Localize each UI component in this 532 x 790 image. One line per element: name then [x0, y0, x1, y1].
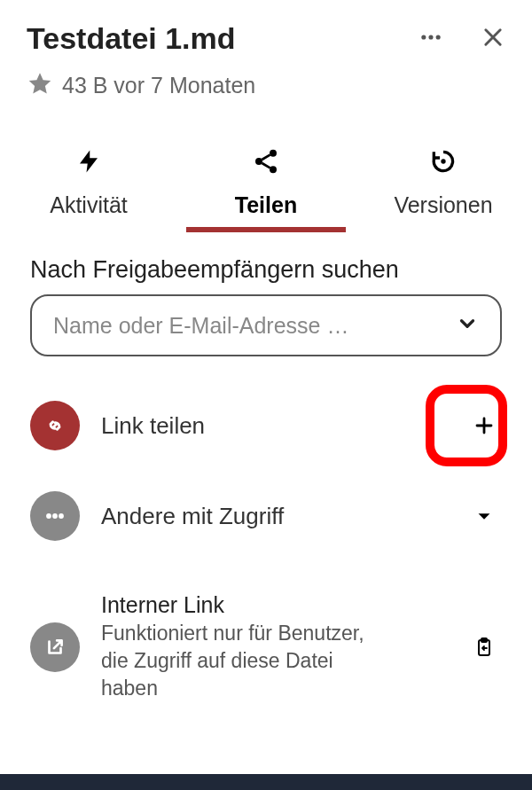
tabs: Aktivität Teilen Versionen — [0, 136, 532, 231]
others-access-label: Andere mit Zugriff — [101, 503, 445, 530]
svg-point-9 — [59, 513, 64, 519]
others-access-row[interactable]: Andere mit Zugriff — [30, 479, 502, 553]
share-icon — [252, 146, 280, 180]
star-icon[interactable] — [27, 70, 53, 100]
tab-activity-label: Aktivität — [50, 192, 128, 218]
external-link-icon — [30, 622, 80, 672]
others-access-body: Andere mit Zugriff — [101, 503, 445, 530]
internal-link-row: Interner Link Funktioniert nur für Benut… — [30, 580, 502, 715]
internal-link-sub: Funktioniert nur für Benutzer, die Zugri… — [101, 620, 367, 702]
svg-point-6 — [441, 159, 445, 163]
svg-point-7 — [46, 513, 51, 519]
search-input[interactable]: Name oder E-Mail-Adresse … — [30, 294, 502, 356]
internal-link-title: Interner Link — [101, 592, 445, 618]
tab-share-label: Teilen — [235, 192, 297, 218]
chevron-down-icon — [456, 312, 479, 339]
tab-share[interactable]: Teilen — [177, 136, 355, 231]
svg-point-8 — [52, 513, 58, 519]
title-row: Testdatei 1.md — [27, 21, 505, 56]
svg-point-5 — [270, 166, 277, 173]
svg-point-3 — [270, 150, 277, 157]
share-list: Link teilen Andere mit Zugriff Inte — [30, 388, 502, 715]
file-meta: 43 B vor 7 Monaten — [62, 73, 255, 98]
meta-row: 43 B vor 7 Monaten — [27, 70, 505, 100]
lightning-icon — [75, 146, 102, 180]
others-access-expand[interactable] — [466, 498, 502, 534]
share-link-body: Link teilen — [101, 412, 445, 440]
title-actions — [419, 25, 505, 53]
internal-link-body: Interner Link Funktioniert nur für Benut… — [101, 592, 445, 702]
share-link-row: Link teilen — [30, 388, 502, 463]
tab-versions-label: Versionen — [394, 192, 492, 218]
share-link-label: Link teilen — [101, 412, 445, 440]
link-icon — [30, 401, 80, 450]
history-icon — [429, 146, 458, 180]
others-access-icon — [30, 491, 80, 541]
svg-point-1 — [428, 35, 433, 39]
add-share-link-button[interactable] — [466, 408, 502, 443]
search-placeholder: Name oder E-Mail-Adresse … — [53, 313, 348, 339]
tab-activity[interactable]: Aktivität — [0, 136, 177, 231]
svg-point-2 — [436, 35, 441, 39]
search-label: Nach Freigabeempfängern suchen — [30, 256, 502, 284]
svg-point-4 — [255, 158, 262, 165]
tab-versions[interactable]: Versionen — [355, 136, 532, 231]
more-icon[interactable] — [419, 25, 443, 53]
content-area: Nach Freigabeempfängern suchen Name oder… — [0, 231, 532, 715]
page-title: Testdatei 1.md — [27, 21, 236, 56]
close-icon[interactable] — [481, 25, 505, 53]
svg-point-0 — [421, 35, 426, 39]
header: Testdatei 1.md 43 B vor 7 Monaten — [0, 0, 532, 109]
footer-bar — [0, 774, 532, 790]
copy-internal-link-button[interactable] — [466, 630, 502, 665]
